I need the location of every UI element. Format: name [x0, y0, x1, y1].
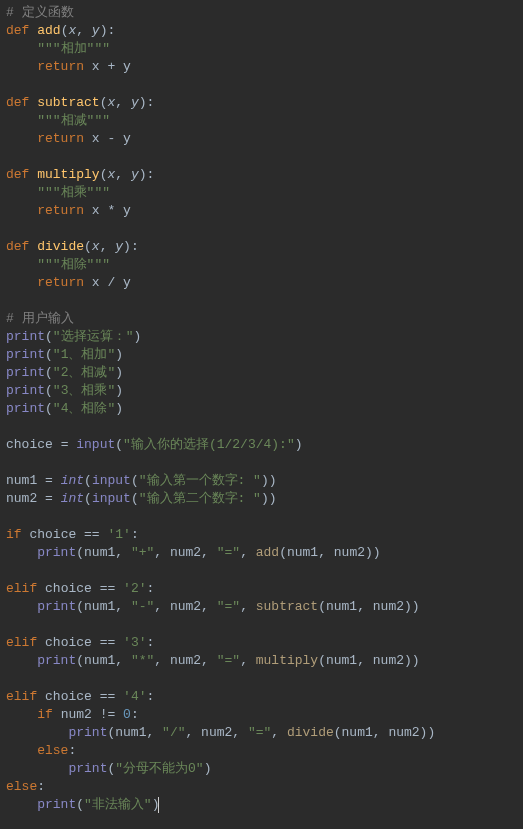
code-line[interactable] — [6, 616, 517, 634]
code-line[interactable] — [6, 220, 517, 238]
code-line[interactable]: def add(x, y): — [6, 22, 517, 40]
code-line[interactable]: elif choice == '4': — [6, 688, 517, 706]
code-line[interactable]: num1 = int(input("输入第一个数字: ")) — [6, 472, 517, 490]
identifier: num1 — [115, 725, 146, 740]
identifier: x — [92, 59, 100, 74]
comment: # 用户输入 — [6, 311, 74, 326]
code-line[interactable]: """相减""" — [6, 112, 517, 130]
code-line[interactable]: return x / y — [6, 274, 517, 292]
call-multiply: multiply — [256, 653, 318, 668]
string-literal: "/" — [162, 725, 185, 740]
identifier: x — [92, 203, 100, 218]
string-literal: '4' — [123, 689, 146, 704]
string-literal: "输入第一个数字: " — [139, 473, 261, 488]
call-add: add — [256, 545, 279, 560]
code-line[interactable]: print("分母不能为0") — [6, 760, 517, 778]
string-literal: "输入第二个数字: " — [139, 491, 261, 506]
code-line[interactable] — [6, 670, 517, 688]
identifier: choice — [45, 581, 92, 596]
code-line[interactable]: """相乘""" — [6, 184, 517, 202]
code-line[interactable]: print(num1, "-", num2, "=", subtract(num… — [6, 598, 517, 616]
fn-add-name: add — [37, 23, 60, 38]
code-line[interactable]: print(num1, "+", num2, "=", add(num1, nu… — [6, 544, 517, 562]
code-line[interactable]: """相加""" — [6, 40, 517, 58]
string-literal: "+" — [131, 545, 154, 560]
code-line[interactable]: # 用户输入 — [6, 310, 517, 328]
code-line[interactable]: print("2、相减") — [6, 364, 517, 382]
operator-minus: - — [107, 131, 115, 146]
code-line[interactable]: def divide(x, y): — [6, 238, 517, 256]
identifier: y — [123, 131, 131, 146]
keyword-def: def — [6, 23, 29, 38]
identifier: num2 — [201, 725, 232, 740]
param-x: x — [92, 239, 100, 254]
code-line[interactable]: return x * y — [6, 202, 517, 220]
code-line[interactable]: print("4、相除") — [6, 400, 517, 418]
builtin-print: print — [6, 365, 45, 380]
operator-star: * — [107, 203, 115, 218]
operator-slash: / — [107, 275, 115, 290]
string-literal: "=" — [248, 725, 271, 740]
code-line[interactable]: def multiply(x, y): — [6, 166, 517, 184]
code-line[interactable]: def subtract(x, y): — [6, 94, 517, 112]
operator-plus: + — [107, 59, 115, 74]
identifier: num1 — [287, 545, 318, 560]
code-line[interactable]: print(num1, "*", num2, "=", multiply(num… — [6, 652, 517, 670]
code-line[interactable]: print("选择运算：") — [6, 328, 517, 346]
string-literal: '1' — [107, 527, 130, 542]
text-cursor-icon — [158, 797, 159, 813]
code-line[interactable]: # 定义函数 — [6, 4, 517, 22]
code-line[interactable]: print("1、相加") — [6, 346, 517, 364]
string-literal: "=" — [217, 599, 240, 614]
code-line[interactable]: if num2 != 0: — [6, 706, 517, 724]
identifier: num1 — [326, 599, 357, 614]
keyword-def: def — [6, 95, 29, 110]
string-literal: "=" — [217, 653, 240, 668]
code-line[interactable]: print(num1, "/", num2, "=", divide(num1,… — [6, 724, 517, 742]
string-literal: "选择运算：" — [53, 329, 134, 344]
keyword-return: return — [37, 275, 84, 290]
string-literal: "分母不能为0" — [115, 761, 203, 776]
code-line[interactable]: elif choice == '2': — [6, 580, 517, 598]
code-line[interactable]: return x - y — [6, 130, 517, 148]
code-line[interactable] — [6, 562, 517, 580]
param-y: y — [115, 239, 123, 254]
string-literal: "输入你的选择(1/2/3/4):" — [123, 437, 295, 452]
code-line[interactable]: """相除""" — [6, 256, 517, 274]
string-literal: "-" — [131, 599, 154, 614]
code-line[interactable]: if choice == '1': — [6, 526, 517, 544]
code-line[interactable] — [6, 76, 517, 94]
code-line[interactable]: print("3、相乘") — [6, 382, 517, 400]
builtin-print: print — [37, 599, 76, 614]
code-line[interactable]: else: — [6, 778, 517, 796]
code-line[interactable]: elif choice == '3': — [6, 634, 517, 652]
comment: # 定义函数 — [6, 5, 74, 20]
identifier-num1: num1 — [6, 473, 37, 488]
code-line[interactable]: choice = input("输入你的选择(1/2/3/4):") — [6, 436, 517, 454]
param-y: y — [131, 95, 139, 110]
param-y: y — [131, 167, 139, 182]
code-line[interactable] — [6, 148, 517, 166]
builtin-input: input — [92, 473, 131, 488]
identifier: choice — [45, 635, 92, 650]
docstring: """相加""" — [37, 41, 110, 56]
identifier: y — [123, 59, 131, 74]
code-line[interactable] — [6, 454, 517, 472]
code-line[interactable] — [6, 418, 517, 436]
code-line[interactable] — [6, 508, 517, 526]
identifier-choice: choice — [6, 437, 53, 452]
number-literal: 0 — [123, 707, 131, 722]
keyword-return: return — [37, 59, 84, 74]
code-line[interactable] — [6, 292, 517, 310]
code-line[interactable]: else: — [6, 742, 517, 760]
keyword-else: else — [37, 743, 68, 758]
identifier: num2 — [388, 725, 419, 740]
identifier: num2 — [170, 545, 201, 560]
identifier: num1 — [326, 653, 357, 668]
code-line[interactable]: return x + y — [6, 58, 517, 76]
code-line[interactable]: num2 = int(input("输入第二个数字: ")) — [6, 490, 517, 508]
identifier: choice — [29, 527, 76, 542]
fn-multiply-name: multiply — [37, 167, 99, 182]
code-line[interactable]: print("非法输入") — [6, 796, 517, 814]
builtin-print: print — [37, 797, 76, 812]
